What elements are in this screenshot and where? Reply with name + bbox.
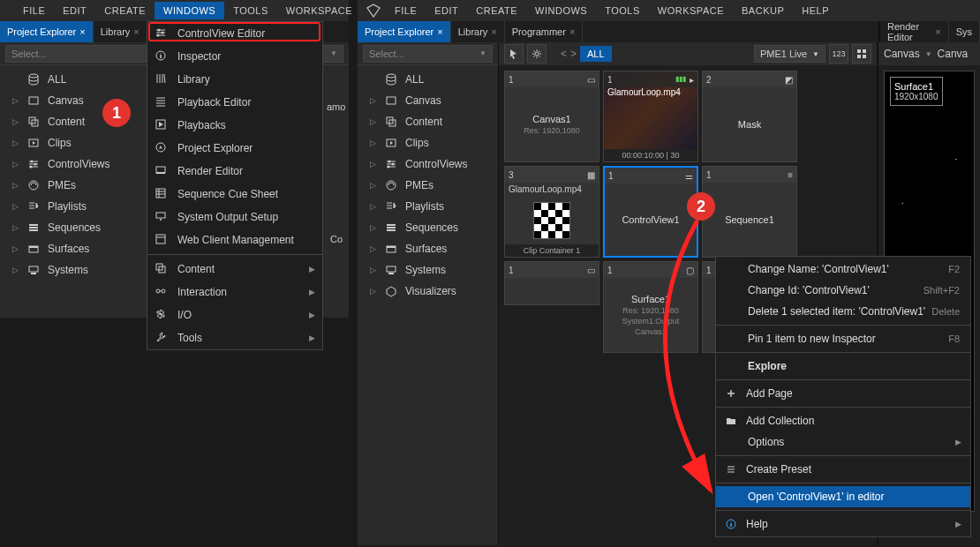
ctx-create-preset[interactable]: Create Preset — [716, 459, 970, 480]
select-dropdown[interactable]: Select...▼ — [363, 45, 493, 63]
expand-icon[interactable]: ▷ — [370, 244, 377, 253]
expand-icon[interactable]: ▷ — [12, 139, 19, 147]
tree-item-clips[interactable]: ▷Clips — [358, 132, 498, 154]
expand-icon[interactable]: ▷ — [370, 266, 377, 274]
menu-item-render-editor[interactable]: Render Editor — [147, 160, 322, 183]
expand-icon[interactable]: ▷ — [12, 223, 19, 232]
menu-item-playbacks[interactable]: Playbacks — [147, 114, 322, 137]
menu-file[interactable]: FILE — [14, 2, 54, 19]
ctx-add-page[interactable]: Add Page — [716, 383, 970, 404]
pointer-tool-icon[interactable] — [504, 44, 524, 64]
expand-icon[interactable]: ▷ — [370, 96, 377, 105]
chevron-down-icon[interactable]: ▼ — [925, 50, 932, 58]
expand-icon[interactable]: ▷ — [12, 160, 19, 169]
tree-item-content[interactable]: ▷Content — [358, 111, 498, 132]
tree-item-all[interactable]: ALL — [358, 69, 498, 90]
tree-item-canvas[interactable]: ▷Canvas — [358, 90, 498, 111]
surface-overlay[interactable]: Surface1 1920x1080 — [890, 77, 943, 106]
expand-icon[interactable]: ▷ — [370, 139, 377, 147]
menu-item-system-output-setup[interactable]: System Output Setup — [147, 206, 322, 229]
expand-icon[interactable]: ▷ — [12, 266, 19, 274]
controlview-card[interactable]: 1⚌ ControlView1 — [603, 166, 698, 258]
ctx-options[interactable]: Options▶ — [716, 431, 970, 453]
menu-windows[interactable]: WINDOWS — [155, 2, 224, 19]
tab-project-explorer[interactable]: Project Explorer× — [358, 21, 451, 42]
tab-library[interactable]: Library× — [451, 21, 505, 42]
menu-file[interactable]: FILE — [386, 2, 426, 19]
menu-item-controlview-editor[interactable]: ControlView Editor — [147, 22, 322, 45]
tab-project-explorer[interactable]: Project Explorer× — [0, 21, 94, 42]
gear-icon[interactable] — [527, 44, 547, 64]
ctx-help[interactable]: Help▶ — [716, 513, 970, 535]
menu-item-inspector[interactable]: Inspector — [147, 45, 322, 68]
tree-item-playlists[interactable]: ▷Playlists — [358, 196, 498, 217]
close-icon[interactable]: × — [569, 26, 575, 37]
clip-card[interactable]: 3▦ GlamourLoop.mp4 Clip Container 1 — [504, 166, 599, 258]
menu-item-library[interactable]: Library — [147, 68, 322, 91]
nav-fwd-icon[interactable]: > — [570, 48, 577, 60]
menu-tools[interactable]: TOOLS — [596, 2, 649, 19]
tree-item-controlviews[interactable]: ▷ControlViews — [358, 154, 498, 175]
expand-icon[interactable]: ▷ — [370, 202, 377, 211]
menu-item-sequence-cue-sheet[interactable]: Sequence Cue Sheet — [147, 183, 322, 206]
ctx-change-name-controlview1-[interactable]: Change Name: 'ControlView1'F2 — [716, 259, 970, 280]
menu-item-playback-editor[interactable]: Playback Editor — [147, 91, 322, 114]
menu-item-content[interactable]: Content▶ — [147, 258, 322, 281]
expand-icon[interactable]: ▷ — [370, 287, 377, 296]
menu-create[interactable]: CREATE — [95, 2, 155, 19]
tab-render-editor[interactable]: Render Editor× — [880, 21, 949, 42]
menu-item-project-explorer[interactable]: Project Explorer — [147, 137, 322, 160]
ctx-change-id-controlview1-[interactable]: Change Id: 'ControlView1'Shift+F2 — [716, 280, 970, 301]
ctx-pin-1-item-to-new-inspector[interactable]: Pin 1 item to new InspectorF8 — [716, 328, 970, 349]
close-icon[interactable]: × — [79, 26, 85, 37]
tree-item-pmes[interactable]: ▷PMEs — [358, 175, 498, 196]
menu-edit[interactable]: EDIT — [54, 2, 95, 19]
surface-card[interactable]: 1▢ Surface1Res: 1920,1080System1.OutputC… — [603, 261, 698, 353]
canvas-card[interactable]: 1▭ Canvas1Res: 1920,1080 — [504, 71, 599, 162]
tree-item-surfaces[interactable]: ▷Surfaces — [358, 238, 498, 259]
expand-icon[interactable]: ▷ — [370, 223, 377, 232]
menu-item-web-client-management[interactable]: Web Client Management — [147, 229, 322, 251]
tab-programmer[interactable]: Programmer× — [505, 21, 584, 42]
tab-sys[interactable]: Sys — [949, 21, 980, 42]
ctx-delete-1-selected-item-control[interactable]: Delete 1 selected item: 'ControlView1'De… — [716, 301, 970, 322]
partial-card[interactable]: 1▭ — [504, 261, 599, 305]
menu-help[interactable]: HELP — [793, 2, 838, 19]
expand-icon[interactable]: ▷ — [370, 117, 377, 126]
tree-item-visualizers[interactable]: ▷Visualizers — [358, 281, 498, 302]
close-icon[interactable]: × — [491, 26, 496, 37]
expand-icon[interactable]: ▷ — [12, 202, 19, 211]
tab-library[interactable]: Library× — [94, 21, 147, 42]
video-card[interactable]: 1▮▮▮▸ GlamourLoop.mp4 00:00:10:00 | 30 — [603, 71, 698, 162]
expand-icon[interactable]: ▷ — [12, 244, 19, 253]
grid-view-icon[interactable] — [852, 44, 871, 64]
sequence-card[interactable]: 1≡ Sequence1 — [702, 166, 797, 258]
menu-backup[interactable]: BACKUP — [733, 2, 793, 19]
sort-icon[interactable]: 123 — [829, 44, 848, 64]
nav-back-icon[interactable]: < — [561, 48, 567, 60]
all-pill[interactable]: ALL — [580, 46, 612, 62]
close-icon[interactable]: × — [935, 26, 940, 37]
expand-icon[interactable]: ▷ — [12, 96, 19, 105]
expand-icon[interactable]: ▷ — [370, 160, 377, 169]
close-icon[interactable]: × — [133, 26, 139, 37]
tree-item-sequences[interactable]: ▷Sequences — [358, 217, 498, 238]
menu-workspace[interactable]: WORKSPACE — [649, 2, 733, 19]
close-icon[interactable]: × — [437, 26, 442, 37]
tree-item-systems[interactable]: ▷Systems — [358, 259, 498, 281]
ctx-open-controlview1-in-editor[interactable]: Open 'ControlView1' in editor — [716, 486, 970, 507]
expand-icon[interactable]: ▷ — [12, 181, 19, 190]
ctx-add-collection[interactable]: Add Collection — [716, 410, 970, 431]
menu-create[interactable]: CREATE — [467, 2, 526, 19]
menu-tools[interactable]: TOOLS — [224, 2, 277, 19]
menu-workspace[interactable]: WORKSPACE — [277, 2, 361, 19]
ctx-explore[interactable]: Explore — [716, 356, 970, 377]
mask-card[interactable]: 2◩ Mask — [702, 71, 797, 162]
pme-combo[interactable]: PME1 Live▼ — [754, 45, 825, 63]
menu-item-tools[interactable]: Tools▶ — [147, 326, 322, 349]
menu-item-i/o[interactable]: I/O▶ — [147, 303, 322, 326]
menu-item-interaction[interactable]: Interaction▶ — [147, 281, 322, 303]
menu-windows[interactable]: WINDOWS — [526, 2, 596, 19]
expand-icon[interactable]: ▷ — [370, 181, 377, 190]
menu-edit[interactable]: EDIT — [426, 2, 467, 19]
